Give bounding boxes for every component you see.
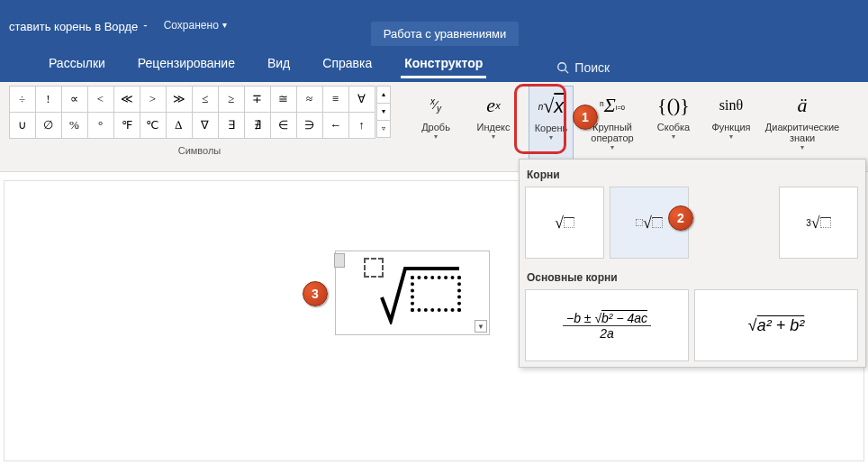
chevron-down-icon: ▾ [800, 143, 804, 151]
bracket-icon: {()} [657, 89, 690, 122]
tab-review[interactable]: Рецензирование [134, 56, 239, 78]
radical-option-pythagoras[interactable]: √a² + b² [694, 289, 858, 361]
radical-option-quadratic[interactable]: −b ± √b² − 4ac 2a [525, 289, 689, 361]
fraction-icon: x⁄y [430, 89, 441, 122]
search-box[interactable]: Поиск [556, 56, 610, 78]
radical-option-cuberoot[interactable]: 3√ [779, 187, 858, 259]
symbol-button[interactable]: ÷ [9, 86, 36, 113]
symbol-button[interactable]: ∝ [61, 86, 88, 113]
ribbon-tabs: Рассылки Рецензирование Вид Справка Конс… [45, 56, 610, 78]
symbol-button[interactable]: % [61, 112, 88, 139]
symbol-button[interactable]: ∅ [35, 112, 62, 139]
equation-handle[interactable] [334, 253, 345, 268]
svg-line-1 [565, 69, 569, 73]
accent-icon: ä [798, 89, 808, 122]
tab-help[interactable]: Справка [319, 56, 375, 78]
symbol-button[interactable]: ≪ [113, 86, 140, 113]
search-icon [556, 61, 569, 74]
chevron-down-icon: ▾ [729, 132, 733, 141]
symbol-button[interactable]: ∈ [270, 112, 297, 139]
symbol-button[interactable]: ≈ [296, 86, 323, 113]
title-bar: ставить корень в Ворде - Сохранено ▾ Раб… [0, 0, 868, 50]
radical-radicand-placeholder[interactable] [411, 276, 461, 312]
symbols-scroll-down[interactable]: ▾ [376, 103, 391, 121]
tab-mailings[interactable]: Рассылки [45, 56, 109, 78]
symbol-button[interactable]: ! [35, 86, 62, 113]
radical-dropdown: Корни √ √ 3√ Основные корни −b ± √b² − 4… [519, 159, 866, 368]
symbol-button[interactable]: > [140, 86, 167, 113]
chevron-down-icon: ▾ [434, 132, 438, 141]
symbols-group: ÷!∝<≪>≫≤≥∓≅≈≡∀ ∪∅%°℉℃∆∇∃∄∈∋←↑ ▴ ▾ ▿ Симв… [4, 86, 395, 171]
tab-constructor[interactable]: Конструктор [401, 56, 486, 78]
dropdown-section-common: Основные корни [525, 268, 860, 289]
sigma-icon: nΣi=0 [600, 89, 625, 122]
symbol-button[interactable]: ℉ [113, 112, 140, 139]
saved-status: Сохранено [164, 19, 219, 32]
symbol-button[interactable]: ← [322, 112, 349, 139]
chevron-down-icon: ▾ [610, 143, 614, 151]
symbols-label: Символы [178, 145, 222, 156]
symbol-button[interactable]: ∆ [166, 112, 193, 139]
chevron-down-icon: ▾ [672, 132, 675, 141]
symbol-button[interactable]: ∀ [348, 86, 375, 113]
equation-options-arrow[interactable]: ▼ [475, 320, 487, 333]
symbol-button[interactable]: ≤ [192, 86, 219, 113]
symbol-button[interactable]: ∪ [9, 112, 36, 139]
chevron-down-icon: ▾ [492, 132, 495, 141]
symbol-button[interactable]: ∄ [244, 112, 271, 139]
function-icon: sinθ [719, 89, 743, 122]
contextual-tab-equations[interactable]: Работа с уравнениями [371, 22, 519, 46]
index-icon: ex [486, 89, 500, 122]
svg-point-0 [558, 62, 566, 70]
annotation-badge-1: 1 [573, 105, 598, 130]
symbol-button[interactable]: ≥ [218, 86, 245, 113]
symbol-button[interactable]: < [87, 86, 114, 113]
annotation-badge-3: 3 [303, 281, 328, 306]
chevron-down-icon: ▾ [549, 133, 553, 141]
index-button[interactable]: ex Индекс ▾ [471, 86, 516, 171]
symbols-expand[interactable]: ▿ [376, 120, 391, 138]
symbol-button[interactable]: ∃ [218, 112, 245, 139]
symbol-button[interactable]: ≅ [270, 86, 297, 113]
symbol-button[interactable]: ∓ [244, 86, 271, 113]
symbol-button[interactable]: ≫ [166, 86, 193, 113]
tab-view[interactable]: Вид [264, 56, 294, 78]
radical-icon: n√x [538, 90, 565, 123]
symbol-button[interactable]: ℃ [140, 112, 167, 139]
symbol-button[interactable]: ≡ [322, 86, 349, 113]
symbols-scroll-up[interactable]: ▴ [376, 86, 391, 104]
fraction-button[interactable]: x⁄y Дробь ▾ [413, 86, 458, 171]
doc-title: ставить корень в Ворде [9, 16, 138, 33]
annotation-badge-2: 2 [668, 205, 693, 231]
symbol-button[interactable]: ∇ [192, 112, 219, 139]
symbol-button[interactable]: ∋ [296, 112, 323, 139]
equation-editor[interactable]: ▼ [335, 251, 490, 335]
dropdown-section-radicals: Корни [525, 165, 860, 187]
symbol-button[interactable]: ↑ [348, 112, 375, 139]
symbol-button[interactable]: ° [87, 112, 114, 139]
radical-option-sqrt[interactable]: √ [525, 187, 604, 259]
